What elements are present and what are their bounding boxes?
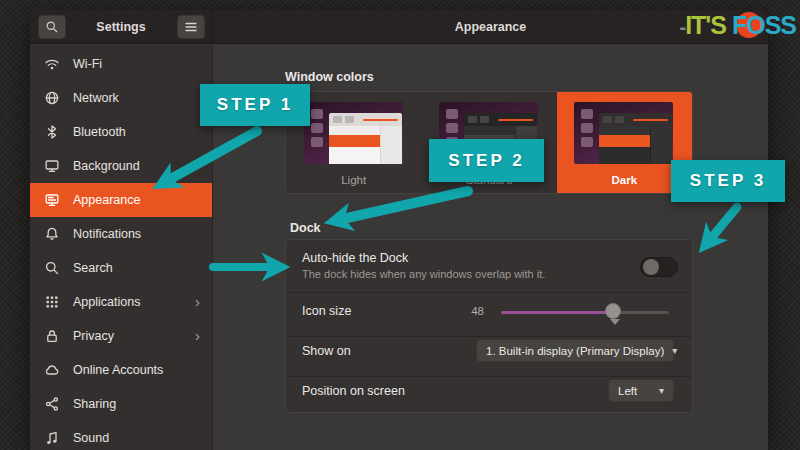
step2-annotation: STEP 2 [429,139,544,182]
show-on-label: Show on [302,344,351,358]
background-icon [44,158,60,174]
dock-heading: Dock [290,221,321,235]
sidebar-item-bluetooth[interactable]: Bluetooth [30,115,212,149]
sidebar-item-notifications[interactable]: Notifications [30,217,212,251]
sidebar-item-sharing[interactable]: Sharing [30,387,212,421]
page-title: Appearance [455,20,527,34]
caret-down-icon: ▾ [659,385,664,396]
autohide-title: Auto-hide the Dock [302,251,408,265]
show-on-dropdown[interactable]: 1. Built-in display (Primary Display) ▾ [476,339,674,362]
sidebar-item-label: Notifications [73,227,200,241]
chevron-right-icon: › [195,295,200,309]
sidebar-item-search[interactable]: Search [30,251,212,285]
sidebar-item-label: Search [73,261,200,275]
sidebar-item-label: Privacy [73,329,195,343]
sidebar-item-background[interactable]: Background [30,149,212,183]
icon-size-value: 48 [454,305,484,317]
sidebar-item-appearance[interactable]: Appearance [30,183,212,217]
search-icon [44,260,60,276]
slider-handle-tip [610,319,620,325]
itsfoss-logo: -IT'S FOSS [679,11,796,41]
step3-annotation: STEP 3 [671,160,785,202]
sidebar-item-sound[interactable]: Sound [30,421,212,450]
sidebar-item-label: Appearance [73,193,200,207]
sidebar-item-label: Network [73,91,200,105]
position-dropdown[interactable]: Left ▾ [608,379,674,402]
logo-its-text: IT'S [685,11,726,39]
toggle-knob [643,259,659,275]
sidebar: Wi-Fi Network Bluetooth Background Appea… [30,45,213,450]
bluetooth-icon [44,124,60,140]
notifications-icon [44,226,60,242]
privacy-lock-icon [44,328,60,344]
autohide-subtitle: The dock hides when any windows overlap … [302,268,545,280]
hamburger-icon [184,21,198,33]
menu-button[interactable] [177,15,205,39]
applications-icon [44,294,60,310]
screenshot-stage: -IT'S FOSS Settings Appearance Wi-Fi [0,0,800,450]
step1-annotation: STEP 1 [200,84,310,126]
theme-preview-light [304,102,403,164]
window-colors-heading: Window colors [285,70,374,84]
sharing-icon [44,396,60,412]
autohide-toggle[interactable] [640,257,678,277]
icon-size-slider[interactable] [501,311,669,314]
caret-down-icon: ▾ [672,345,677,356]
sidebar-item-network[interactable]: Network [30,81,212,115]
sidebar-item-online-accounts[interactable]: Online Accounts [30,353,212,387]
chevron-right-icon: › [195,329,200,343]
titlebar: Settings Appearance [30,10,768,44]
sidebar-item-wifi[interactable]: Wi-Fi [30,47,212,81]
sidebar-item-privacy[interactable]: Privacy › [30,319,212,353]
sound-note-icon [44,430,60,446]
sidebar-item-applications[interactable]: Applications › [30,285,212,319]
theme-preview-dark [574,102,673,164]
titlebar-sidebar-section: Settings [30,10,213,43]
sidebar-item-label: Applications [73,295,195,309]
sidebar-item-label: Wi-Fi [73,57,200,71]
logo-foss-text: FOSS [732,11,796,39]
theme-label: Light [286,174,421,186]
sidebar-item-label: Online Accounts [73,363,200,377]
sidebar-item-label: Sharing [73,397,200,411]
icon-size-label: Icon size [302,304,351,318]
settings-window: Settings Appearance Wi-Fi Network Blueto [30,10,768,450]
slider-fill [501,311,609,314]
show-on-value: 1. Built-in display (Primary Display) [486,345,664,357]
sidebar-item-label: Bluetooth [73,125,200,139]
network-icon [44,90,60,106]
wifi-icon [44,56,60,72]
position-value: Left [618,385,637,397]
online-accounts-cloud-icon [44,362,60,378]
sidebar-item-label: Background [73,159,200,173]
dock-settings-card: Auto-hide the Dock The dock hides when a… [285,239,693,413]
appearance-icon [44,192,60,208]
position-label: Position on screen [302,384,405,398]
slider-handle[interactable] [605,303,621,319]
sidebar-item-label: Sound [73,431,200,445]
